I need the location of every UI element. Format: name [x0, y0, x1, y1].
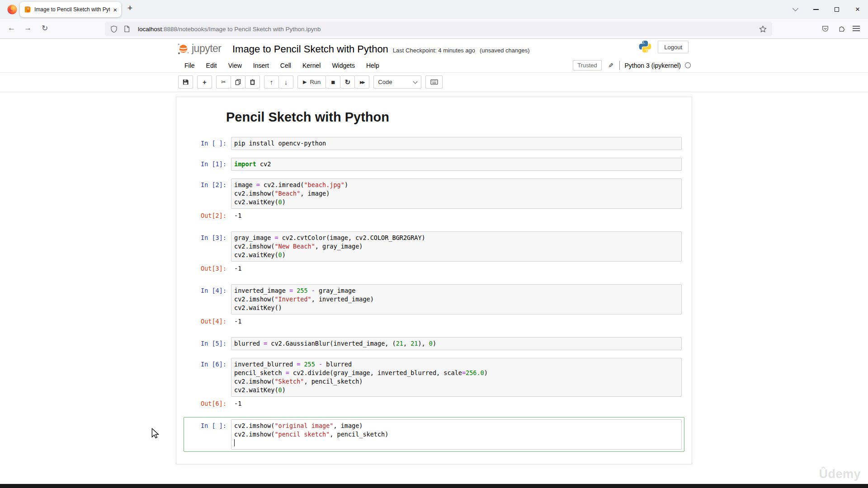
restart-run-all-button[interactable]: ▶▶ — [354, 75, 369, 89]
code-editor[interactable]: image = cv2.imread("beach.jpg")cv2.imsho… — [231, 178, 682, 209]
input-prompt: In [3]: — [184, 231, 231, 262]
url-path: :8888/notebooks/Image to Pencil Sketch w… — [162, 26, 321, 33]
notebook-cell[interactable]: In [4]:inverted_image = 255 - gray_image… — [184, 282, 684, 332]
output-prompt: Out[2]: — [184, 211, 231, 220]
run-button[interactable]: ▶Run — [297, 75, 326, 89]
move-cell-down-button[interactable]: ↓ — [278, 75, 293, 89]
code-editor[interactable]: cv2.imshow("original image", image)cv2.i… — [231, 419, 682, 450]
close-button[interactable]: × — [847, 0, 868, 19]
code-line: cv2.imshow("Beach", image) — [234, 189, 679, 198]
code-editor[interactable]: pip install opencv-python — [231, 137, 682, 150]
paste-cell-button[interactable] — [245, 75, 260, 89]
input-prompt: In [ ]: — [184, 137, 231, 150]
menu-hamburger-icon[interactable] — [853, 26, 860, 31]
restore-button[interactable] — [826, 0, 847, 19]
url-bar[interactable]: localhost:8888/notebooks/Image to Pencil… — [105, 22, 772, 36]
shield-icon[interactable] — [110, 25, 118, 33]
code-line: cv2.imshow("New Beach", gray_image) — [234, 242, 679, 251]
window-controls: × — [785, 0, 868, 19]
code-editor[interactable]: inverted_image = 255 - gray_imagecv2.ims… — [231, 284, 682, 314]
cut-cell-button[interactable]: ✂ — [216, 75, 231, 89]
jupyter-toolbar: + ✂ ↑ ↓ ▶Run ■ ↻ ▶▶ Code — [0, 73, 868, 92]
cell-type-select[interactable]: Code — [373, 75, 421, 89]
input-prompt: In [1]: — [184, 158, 231, 171]
trusted-badge[interactable]: Trusted — [573, 60, 602, 70]
minimize-button[interactable] — [806, 0, 826, 19]
menu-item-view[interactable]: View — [223, 59, 247, 72]
cell-type-value: Code — [378, 79, 392, 85]
move-cell-up-button[interactable]: ↑ — [264, 75, 279, 89]
logout-button[interactable]: Logout — [658, 41, 689, 53]
code-line: inverted_blurred = 255 - blurred — [234, 360, 679, 369]
code-editor[interactable]: blurred = cv2.GaussianBlur(inverted_imag… — [231, 337, 682, 350]
python-logo-icon — [638, 40, 652, 53]
notebook-cell[interactable]: In [5]:blurred = cv2.GaussianBlur(invert… — [184, 335, 684, 352]
text-caret — [234, 439, 235, 446]
output-prompt: Out[6]: — [184, 399, 231, 408]
cell-list: In [ ]:pip install opencv-pythonIn [1]:i… — [176, 135, 692, 452]
url-text: localhost:8888/notebooks/Image to Pencil… — [138, 26, 759, 33]
reload-button[interactable]: ↻ — [42, 23, 48, 33]
menu-item-cell[interactable]: Cell — [275, 59, 296, 72]
unsaved-status: (unsaved changes) — [480, 47, 530, 54]
jupyter-logo[interactable]: jupyter — [177, 42, 222, 55]
add-cell-button[interactable]: + — [197, 75, 212, 89]
save-button[interactable] — [178, 75, 193, 89]
notebook-cell[interactable]: In [6]:inverted_blurred = 255 - blurredp… — [184, 356, 684, 414]
extensions-puzzle-icon[interactable] — [838, 25, 845, 33]
code-line: import cv2 — [234, 160, 679, 169]
pocket-icon[interactable] — [821, 25, 829, 33]
code-editor[interactable]: gray_image = cv2.cvtColor(image, cv2.COL… — [231, 231, 682, 262]
page-info-icon[interactable] — [123, 25, 130, 33]
kernel-status-icon — [685, 62, 691, 68]
tab-close-icon[interactable]: × — [113, 6, 117, 13]
output-prompt: Out[3]: — [184, 264, 231, 273]
notebook-title[interactable]: Image to Pencil Sketch with Python — [232, 43, 388, 55]
output-text: -1 — [231, 317, 241, 326]
output-text: -1 — [231, 211, 241, 220]
new-tab-button[interactable]: + — [127, 3, 132, 13]
notebook-cell-selected[interactable]: In [ ]:cv2.imshow("original image", imag… — [184, 417, 684, 452]
code-editor[interactable]: import cv2 — [231, 158, 682, 171]
play-icon: ▶ — [303, 79, 307, 85]
kernel-name: Python 3 (ipykernel) — [624, 62, 681, 69]
firefox-logo-icon[interactable] — [7, 4, 18, 15]
menu-item-insert[interactable]: Insert — [248, 59, 274, 72]
restart-kernel-button[interactable]: ↻ — [340, 75, 355, 89]
menu-item-help[interactable]: Help — [361, 59, 384, 72]
jupyter-header: jupyter Image to Pencil Sketch with Pyth… — [0, 39, 868, 59]
code-line: inverted_image = 255 - gray_image — [234, 286, 679, 295]
tab-list-chevron-icon[interactable] — [785, 0, 806, 19]
command-palette-button[interactable] — [425, 75, 443, 89]
notebook-container: Pencil Sketch with Python In [ ]:pip ins… — [176, 97, 692, 465]
menu-item-widgets[interactable]: Widgets — [327, 59, 360, 72]
browser-tab-bar: Image to Pencil Sketch with Pyt × + × — [0, 0, 868, 19]
menu: FileEditViewInsertCellKernelWidgetsHelp — [179, 59, 386, 72]
code-line: pencil_sketch = cv2.divide(gray_image, i… — [234, 369, 679, 377]
output-text: -1 — [231, 264, 241, 273]
input-prompt: In [4]: — [184, 284, 231, 314]
notebook-cell[interactable]: In [3]:gray_image = cv2.cvtColor(image, … — [184, 229, 684, 279]
notebook-cell[interactable]: In [1]:import cv2 — [184, 155, 684, 173]
menu-item-edit[interactable]: Edit — [201, 59, 222, 72]
browser-tab[interactable]: Image to Pencil Sketch with Pyt × — [20, 2, 121, 17]
interrupt-kernel-button[interactable]: ■ — [326, 75, 340, 89]
copy-cell-button[interactable] — [231, 75, 245, 89]
code-line: blurred = cv2.GaussianBlur(inverted_imag… — [234, 339, 679, 348]
jupyter-menu-bar: FileEditViewInsertCellKernelWidgetsHelp … — [0, 59, 868, 73]
menu-item-file[interactable]: File — [179, 59, 200, 72]
notebook-cell[interactable]: In [2]:image = cv2.imread("beach.jpg")cv… — [184, 176, 684, 226]
pencil-icon[interactable]: ✎ — [608, 62, 613, 69]
menu-item-kernel[interactable]: Kernel — [297, 59, 326, 72]
back-button[interactable]: ← — [8, 23, 15, 33]
notebook-cell[interactable]: In [ ]:pip install opencv-python — [184, 135, 684, 152]
code-editor[interactable]: inverted_blurred = 255 - blurredpencil_s… — [231, 358, 682, 397]
code-line: cv2.imshow("original image", image) — [234, 422, 679, 430]
notebook-area: Pencil Sketch with Python In [ ]:pip ins… — [0, 93, 868, 484]
bookmark-star-icon[interactable] — [759, 25, 767, 33]
notebook-favicon-icon — [24, 6, 31, 13]
forward-button[interactable]: → — [24, 23, 32, 33]
chevron-down-icon — [413, 79, 418, 84]
code-line: cv2.imshow("Inverted", inverted_image) — [234, 295, 679, 304]
separator — [619, 61, 620, 70]
